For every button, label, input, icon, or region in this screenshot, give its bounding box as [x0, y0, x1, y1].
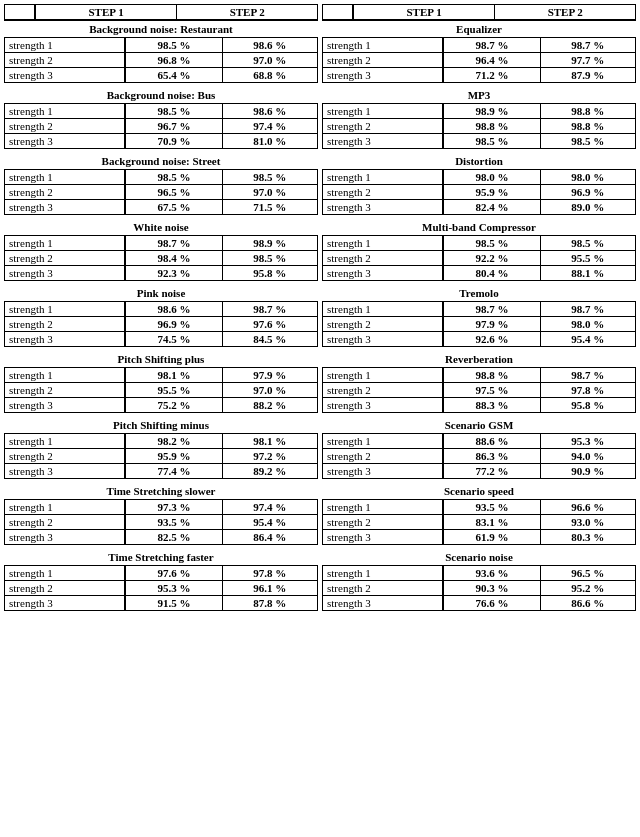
- table-row: strength 197.6 %97.8 %: [5, 566, 318, 581]
- section-3: White noisestrength 198.7 %98.9 %strengt…: [4, 219, 318, 281]
- section-table-4: strength 198.7 %98.7 %strength 297.9 %98…: [322, 301, 636, 347]
- row-label: strength 2: [323, 449, 444, 464]
- step2-value: 86.4 %: [222, 530, 317, 545]
- step1-value: 75.2 %: [125, 398, 222, 413]
- table-row: strength 198.7 %98.9 %: [5, 236, 318, 251]
- row-label: strength 1: [5, 302, 126, 317]
- step2-value: 95.5 %: [540, 251, 635, 266]
- step1-value: 96.7 %: [125, 119, 222, 134]
- step1-value: 71.2 %: [443, 68, 540, 83]
- section-table-3: strength 198.5 %98.5 %strength 292.2 %95…: [322, 235, 636, 281]
- section-2: Background noise: Streetstrength 198.5 %…: [4, 153, 318, 215]
- row-label: strength 2: [323, 251, 444, 266]
- step2-value: 81.0 %: [222, 134, 317, 149]
- row-label: strength 1: [323, 566, 444, 581]
- row-label: strength 3: [323, 200, 444, 215]
- step1-value: 98.2 %: [125, 434, 222, 449]
- table-row: strength 295.9 %97.2 %: [5, 449, 318, 464]
- step1-value: 98.5 %: [443, 134, 540, 149]
- section-table-7: strength 193.5 %96.6 %strength 283.1 %93…: [322, 499, 636, 545]
- row-label: strength 1: [5, 236, 126, 251]
- section-title-4: Pink noise: [4, 285, 318, 301]
- step1-value: 86.3 %: [443, 449, 540, 464]
- table-row: strength 295.9 %96.9 %: [323, 185, 636, 200]
- step1-value: 96.5 %: [125, 185, 222, 200]
- step1-value: 97.6 %: [125, 566, 222, 581]
- step1-value: 80.4 %: [443, 266, 540, 281]
- row-label: strength 2: [5, 383, 126, 398]
- left-header-step2: STEP 2: [177, 5, 318, 21]
- step2-value: 97.6 %: [222, 317, 317, 332]
- step1-value: 88.6 %: [443, 434, 540, 449]
- section-5: Reverberationstrength 198.8 %98.7 %stren…: [322, 351, 636, 413]
- section-6: Scenario GSMstrength 188.6 %95.3 %streng…: [322, 417, 636, 479]
- step2-value: 96.5 %: [540, 566, 635, 581]
- step2-value: 94.0 %: [540, 449, 635, 464]
- left-sections: Background noise: Restaurantstrength 198…: [4, 21, 318, 611]
- table-row: strength 382.4 %89.0 %: [323, 200, 636, 215]
- table-row: strength 198.5 %98.5 %: [323, 236, 636, 251]
- step1-value: 98.5 %: [125, 38, 222, 53]
- section-1: MP3strength 198.9 %98.8 %strength 298.8 …: [322, 87, 636, 149]
- row-label: strength 3: [323, 266, 444, 281]
- section-title-0: Equalizer: [322, 21, 636, 37]
- table-row: strength 193.6 %96.5 %: [323, 566, 636, 581]
- table-row: strength 367.5 %71.5 %: [5, 200, 318, 215]
- right-header-step1: STEP 1: [353, 5, 495, 21]
- right-sections: Equalizerstrength 198.7 %98.7 %strength …: [322, 21, 636, 611]
- table-row: strength 392.6 %95.4 %: [323, 332, 636, 347]
- row-label: strength 2: [5, 449, 126, 464]
- row-label: strength 1: [5, 566, 126, 581]
- step1-value: 92.6 %: [443, 332, 540, 347]
- table-row: strength 198.2 %98.1 %: [5, 434, 318, 449]
- step2-value: 97.9 %: [222, 368, 317, 383]
- table-row: strength 296.5 %97.0 %: [5, 185, 318, 200]
- section-table-5: strength 198.1 %97.9 %strength 295.5 %97…: [4, 367, 318, 413]
- row-label: strength 1: [5, 434, 126, 449]
- step1-value: 96.8 %: [125, 53, 222, 68]
- step2-value: 97.4 %: [222, 119, 317, 134]
- row-label: strength 3: [5, 332, 126, 347]
- step1-value: 95.9 %: [443, 185, 540, 200]
- step1-value: 98.7 %: [443, 38, 540, 53]
- row-label: strength 1: [323, 170, 444, 185]
- section-table-0: strength 198.5 %98.6 %strength 296.8 %97…: [4, 37, 318, 83]
- step2-value: 71.5 %: [222, 200, 317, 215]
- step2-value: 97.2 %: [222, 449, 317, 464]
- section-table-5: strength 198.8 %98.7 %strength 297.5 %97…: [322, 367, 636, 413]
- table-row: strength 382.5 %86.4 %: [5, 530, 318, 545]
- table-row: strength 198.5 %98.5 %: [5, 170, 318, 185]
- row-label: strength 1: [5, 500, 126, 515]
- step2-value: 95.8 %: [540, 398, 635, 413]
- row-label: strength 3: [323, 596, 444, 611]
- step2-value: 98.7 %: [540, 38, 635, 53]
- step2-value: 98.1 %: [222, 434, 317, 449]
- step1-value: 83.1 %: [443, 515, 540, 530]
- step2-value: 88.2 %: [222, 398, 317, 413]
- step2-value: 96.6 %: [540, 500, 635, 515]
- step2-value: 87.8 %: [222, 596, 317, 611]
- main-page: STEP 1 STEP 2 Background noise: Restaura…: [0, 0, 640, 619]
- table-row: strength 296.9 %97.6 %: [5, 317, 318, 332]
- row-label: strength 3: [5, 464, 126, 479]
- section-table-1: strength 198.9 %98.8 %strength 298.8 %98…: [322, 103, 636, 149]
- step1-value: 65.4 %: [125, 68, 222, 83]
- row-label: strength 1: [323, 368, 444, 383]
- table-row: strength 198.9 %98.8 %: [323, 104, 636, 119]
- step2-value: 98.7 %: [540, 302, 635, 317]
- row-label: strength 1: [5, 38, 126, 53]
- table-row: strength 198.0 %98.0 %: [323, 170, 636, 185]
- row-label: strength 1: [5, 170, 126, 185]
- section-title-5: Pitch Shifting plus: [4, 351, 318, 367]
- table-row: strength 295.5 %97.0 %: [5, 383, 318, 398]
- left-header-table: STEP 1 STEP 2: [4, 4, 318, 21]
- section-0: Background noise: Restaurantstrength 198…: [4, 21, 318, 83]
- section-title-2: Distortion: [322, 153, 636, 169]
- table-row: strength 392.3 %95.8 %: [5, 266, 318, 281]
- step1-value: 98.0 %: [443, 170, 540, 185]
- row-label: strength 2: [323, 581, 444, 596]
- step2-value: 97.7 %: [540, 53, 635, 68]
- step1-value: 98.8 %: [443, 119, 540, 134]
- table-row: strength 380.4 %88.1 %: [323, 266, 636, 281]
- row-label: strength 1: [5, 104, 126, 119]
